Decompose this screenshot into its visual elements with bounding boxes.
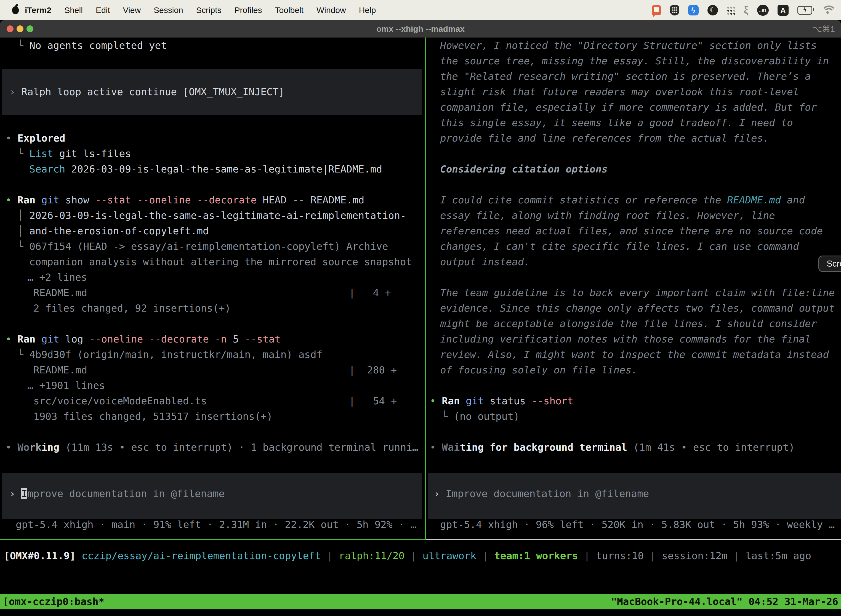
menu-item-help[interactable]: Help	[359, 6, 376, 15]
desktop: iTerm2ShellEditViewSessionScriptsProfile…	[0, 0, 841, 616]
tmux-status-bar: [omx-cczip0:bash* "MacBook-Pro-44.local"…	[0, 594, 841, 609]
menu-item-scripts[interactable]: Scripts	[196, 6, 221, 15]
moon-icon[interactable]: ☾	[708, 5, 718, 15]
menu-bar: iTerm2ShellEditViewSessionScriptsProfile…	[0, 0, 841, 20]
dots-grid-icon[interactable]	[727, 6, 735, 14]
window-shortcut-badge: ⌥⌘1	[813, 20, 835, 38]
wifi-icon[interactable]	[821, 6, 834, 15]
menu-item-toolbelt[interactable]: Toolbelt	[275, 6, 303, 15]
omx-status-area: [OMX#0.11.9] cczip/essay/ai-reimplementa…	[0, 0, 841, 616]
terminal-row: [OMX#0.11.9] cczip/essay/ai-reimplementa…	[4, 548, 811, 563]
menu-item-edit[interactable]: Edit	[96, 6, 110, 15]
pane-divider-vertical[interactable]	[425, 38, 426, 539]
menu-item-iterm2[interactable]: iTerm2	[25, 6, 51, 15]
blue-bolt-icon[interactable]: ϟ	[688, 5, 699, 15]
menu-items: iTerm2ShellEditViewSessionScriptsProfile…	[25, 6, 389, 15]
shield-grid-icon[interactable]	[670, 5, 679, 15]
tmux-host-clock: "MacBook-Pro-44.local" 04:52 31-Mar-26	[611, 594, 838, 609]
letter-a-icon[interactable]: A	[778, 5, 788, 16]
pane-divider-horizontal-right	[426, 539, 841, 540]
menu-bar-status-icons: ϟ ☾ ξ ..61 A ϟ	[652, 5, 834, 16]
badge-61-icon[interactable]: ..61	[757, 5, 769, 16]
menu-item-window[interactable]: Window	[316, 6, 346, 15]
menu-item-shell[interactable]: Shell	[64, 6, 83, 15]
screen-overlay-chip[interactable]: Scre	[818, 255, 841, 272]
window-title: omx --xhigh --madmax	[0, 20, 841, 38]
tmux-session-label[interactable]: [omx-cczip0:bash*	[3, 594, 104, 609]
battery-icon[interactable]: ϟ	[797, 6, 812, 15]
menu-item-profiles[interactable]: Profiles	[234, 6, 262, 15]
squiggle-icon[interactable]: ξ	[744, 5, 748, 15]
menu-item-session[interactable]: Session	[154, 6, 183, 15]
apple-logo-icon[interactable]	[12, 6, 19, 14]
pane-divider-horizontal-left	[0, 539, 426, 540]
screenshot-chat-icon[interactable]	[652, 5, 661, 15]
menu-item-view[interactable]: View	[123, 6, 141, 15]
window-title-bar: omx --xhigh --madmax ⌥⌘1	[0, 20, 841, 38]
